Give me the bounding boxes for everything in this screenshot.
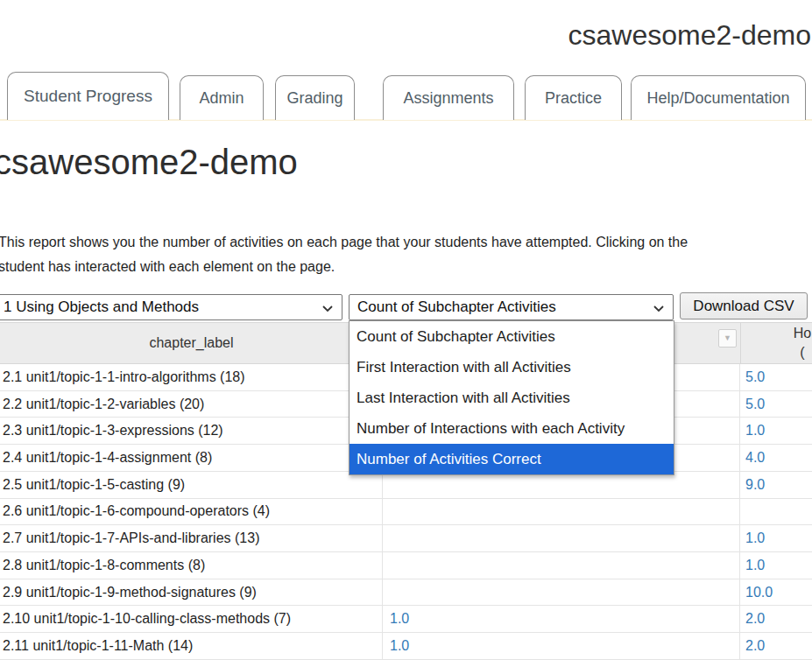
cell-chapter-label[interactable]: 2.8 unit1/topic-1-8-comments (8) (0, 552, 383, 579)
column-filter-button[interactable]: ▼ (718, 329, 737, 348)
table-row[interactable]: 2.7 unit1/topic-1-7-APIs-and-libraries (… (0, 525, 812, 552)
cell-mid-value (383, 525, 740, 551)
cell-right-value: 4.0 (740, 445, 812, 471)
cell-chapter-label[interactable]: 2.3 unit1/topic-1-3-expressions (12) (0, 418, 383, 444)
cell-mid-value (383, 472, 740, 498)
cell-right-value: 1.0 (740, 418, 812, 444)
tab-label: Help/Documentation (646, 89, 789, 108)
report-select-value: Count of Subchapter Activities (357, 298, 556, 316)
tab-assignments[interactable]: Assignments (383, 75, 514, 120)
tab-label: Assignments (403, 89, 493, 108)
table-row[interactable]: 2.10 unit1/topic-1-10-calling-class-meth… (0, 606, 812, 633)
report-description: This report shows you the number of acti… (0, 230, 688, 279)
dropdown-option[interactable]: Number of Interactions with each Activit… (350, 413, 674, 444)
table-row[interactable]: 2.8 unit1/topic-1-8-comments (8) 1.0 (0, 552, 812, 579)
cell-right-value: 1.0 (740, 552, 812, 579)
tab-grading[interactable]: Grading (275, 75, 355, 120)
cell-right-value: 9.0 (740, 472, 812, 498)
cell-mid-value (383, 499, 740, 525)
course-title: csawesome2-demo (568, 19, 811, 52)
description-line-2: student has interacted with each element… (0, 255, 688, 279)
dropdown-option[interactable]: Last Interaction with all Activities (350, 383, 674, 413)
cell-mid-value (383, 552, 740, 579)
table-row[interactable]: 2.6 unit1/topic-1-6-compound-operators (… (0, 499, 812, 526)
cell-right-value: 5.0 (740, 391, 812, 418)
cell-mid-value: 1.0 (383, 633, 740, 659)
cell-right-value: 1.0 (740, 525, 812, 551)
page-title: csawesome2-demo (0, 143, 298, 182)
cell-right-value: 5.0 (740, 364, 812, 390)
dropdown-option[interactable]: Count of Subchapter Activities (350, 321, 674, 352)
tab-label: Admin (199, 89, 244, 108)
report-select[interactable]: Count of Subchapter Activities (349, 294, 674, 320)
cell-mid-value: 1.0 (383, 606, 740, 632)
cell-right-value: 10.0 (740, 579, 812, 606)
cell-chapter-label[interactable]: 2.10 unit1/topic-1-10-calling-class-meth… (0, 606, 383, 632)
tab-label: Grading (286, 89, 342, 108)
tab-label: Student Progress (24, 87, 152, 106)
cell-chapter-label[interactable]: 2.9 unit1/topic-1-9-method-signatures (9… (0, 579, 383, 606)
description-line-1: This report shows you the number of acti… (0, 230, 688, 255)
cell-chapter-label[interactable]: 2.4 unit1/topic-1-4-assignment (8) (0, 445, 383, 471)
cell-chapter-label[interactable]: 2.5 unit1/topic-1-5-casting (9) (0, 472, 383, 498)
filter-triangle-icon: ▼ (724, 334, 731, 342)
table-row[interactable]: 2.5 unit1/topic-1-5-casting (9) 9.0 (0, 472, 812, 499)
dropdown-option[interactable]: First Interaction with all Activities (350, 352, 674, 383)
tab-label: Practice (545, 89, 602, 108)
table-row[interactable]: 2.9 unit1/topic-1-9-method-signatures (9… (0, 579, 812, 607)
cell-chapter-label[interactable]: 2.11 unit1/topic-1-11-Math (14) (0, 633, 383, 659)
cell-right-value (740, 499, 812, 525)
chevron-down-icon (653, 305, 664, 312)
column-header-student-line-1: Ho (741, 324, 812, 343)
cell-chapter-label[interactable]: 2.7 unit1/topic-1-7-APIs-and-libraries (… (0, 525, 383, 551)
cell-chapter-label[interactable]: 2.1 unit1/topic-1-1-intro-algorithms (18… (0, 364, 383, 390)
chevron-down-icon (322, 305, 333, 312)
cell-right-value: 2.0 (740, 633, 812, 659)
cell-chapter-label[interactable]: 2.2 unit1/topic-1-2-variables (20) (0, 391, 383, 418)
column-header-student: Ho ( (741, 324, 812, 362)
download-csv-button[interactable]: Download CSV (680, 292, 808, 319)
cell-mid-value (383, 579, 740, 606)
table-row[interactable]: 2.11 unit1/topic-1-11-Math (14) 1.0 2.0 (0, 633, 812, 660)
cell-right-value: 2.0 (740, 606, 812, 632)
tab-admin[interactable]: Admin (180, 75, 264, 120)
report-select-dropdown: Count of Subchapter Activities First Int… (349, 320, 674, 475)
column-header-student-line-2: ( (741, 343, 812, 362)
column-header-chapter-label[interactable]: chapter_label (0, 323, 383, 363)
tab-student-progress[interactable]: Student Progress (7, 72, 169, 120)
tab-help-documentation[interactable]: Help/Documentation (631, 75, 806, 120)
cell-chapter-label[interactable]: 2.6 unit1/topic-1-6-compound-operators (… (0, 499, 383, 525)
chapter-select-value: 1 Using Objects and Methods (4, 298, 199, 316)
dropdown-option-highlighted[interactable]: Number of Activities Correct (350, 444, 674, 474)
chapter-select[interactable]: 1 Using Objects and Methods (0, 294, 342, 320)
tab-practice[interactable]: Practice (525, 75, 622, 120)
